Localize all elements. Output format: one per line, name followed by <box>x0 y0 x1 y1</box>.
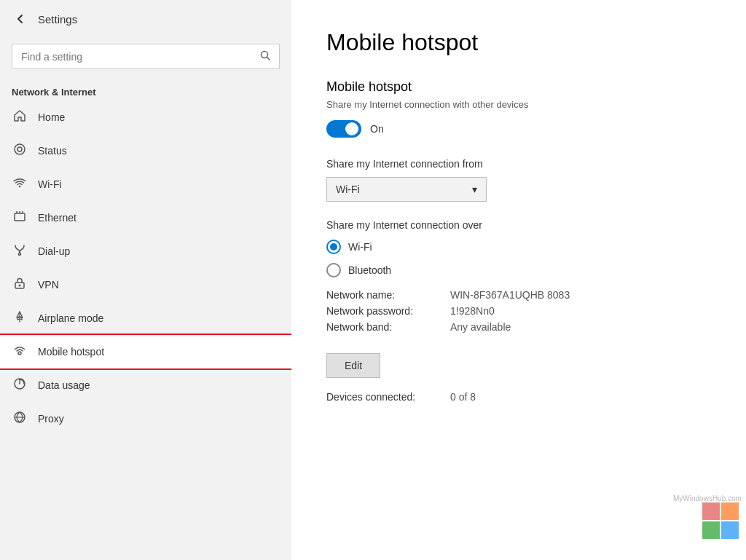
svg-point-12 <box>18 352 21 355</box>
sidebar-header: Settings <box>0 0 291 38</box>
status-icon <box>12 143 28 159</box>
network-password-val: 1!928Nn0 <box>450 305 495 317</box>
sidebar-item-wifi[interactable]: Wi-Fi <box>0 167 291 201</box>
home-icon <box>12 109 28 125</box>
radio-wifi[interactable] <box>326 240 341 254</box>
network-info: Network name: WIN-8F367A1UQHB 8083 Netwo… <box>326 289 711 333</box>
vpn-icon <box>12 277 28 293</box>
network-name-val: WIN-8F367A1UQHB 8083 <box>450 289 570 301</box>
dialup-icon <box>12 243 28 259</box>
svg-point-10 <box>19 285 21 287</box>
sidebar-item-hotspot[interactable]: Mobile hotspot <box>0 335 291 368</box>
svg-line-1 <box>267 58 270 60</box>
hotspot-section: Mobile hotspot Share my Internet connect… <box>326 79 711 403</box>
share-over-label: Share my Internet connection over <box>326 219 711 231</box>
toggle-row: On <box>326 120 711 138</box>
main-content: Mobile hotspot Mobile hotspot Share my I… <box>291 0 746 560</box>
network-band-val: Any available <box>450 321 511 333</box>
devices-connected-key: Devices connected: <box>326 391 450 403</box>
section-label: Network & Internet <box>0 81 291 100</box>
hotspot-icon <box>12 344 28 360</box>
sidebar-item-proxy-label: Proxy <box>38 413 64 425</box>
datausage-icon <box>12 377 28 393</box>
sidebar: Settings Network & Internet Home Status <box>0 0 291 560</box>
sidebar-item-hotspot-label: Mobile hotspot <box>38 346 104 358</box>
watermark: MyWindowsHub.com <box>673 494 739 545</box>
network-band-key: Network band: <box>326 321 450 333</box>
sidebar-item-ethernet[interactable]: Ethernet <box>0 201 291 234</box>
proxy-icon <box>12 411 28 427</box>
sidebar-item-dialup-label: Dial-up <box>38 245 70 257</box>
edit-button[interactable]: Edit <box>326 353 380 378</box>
svg-point-3 <box>17 147 22 151</box>
sidebar-item-datausage[interactable]: Data usage <box>0 368 291 402</box>
svg-rect-4 <box>15 213 25 221</box>
network-name-row: Network name: WIN-8F367A1UQHB 8083 <box>326 289 711 301</box>
hotspot-section-title: Mobile hotspot <box>326 79 711 95</box>
wm-square-1 <box>702 502 720 520</box>
search-box[interactable] <box>12 44 280 69</box>
wm-square-4 <box>721 521 739 539</box>
network-band-row: Network band: Any available <box>326 321 711 333</box>
sidebar-item-proxy[interactable]: Proxy <box>0 402 291 435</box>
hotspot-desc: Share my Internet connection with other … <box>326 99 711 110</box>
settings-title: Settings <box>38 13 77 25</box>
share-from-value: Wi-Fi <box>336 184 360 195</box>
sidebar-item-airplane[interactable]: Airplane mode <box>0 301 291 335</box>
sidebar-item-status[interactable]: Status <box>0 134 291 167</box>
sidebar-item-wifi-label: Wi-Fi <box>38 178 62 190</box>
devices-connected-val: 0 of 8 <box>450 391 476 403</box>
network-name-key: Network name: <box>326 289 450 301</box>
radio-wifi-row: Wi-Fi <box>326 240 711 254</box>
network-password-key: Network password: <box>326 305 450 317</box>
wm-square-2 <box>721 502 739 520</box>
wifi-icon <box>12 176 28 192</box>
sidebar-item-ethernet-label: Ethernet <box>38 212 76 224</box>
sidebar-item-vpn[interactable]: VPN <box>0 268 291 301</box>
sidebar-item-status-label: Status <box>38 145 67 157</box>
watermark-squares <box>702 502 739 539</box>
sidebar-item-dialup[interactable]: Dial-up <box>0 234 291 268</box>
share-from-dropdown[interactable]: Wi-Fi ▾ <box>326 177 487 202</box>
search-input[interactable] <box>21 51 254 63</box>
sidebar-item-vpn-label: VPN <box>38 279 59 291</box>
network-password-row: Network password: 1!928Nn0 <box>326 305 711 317</box>
radio-bluetooth[interactable] <box>326 263 341 277</box>
toggle-slider <box>326 120 361 138</box>
share-from-label: Share my Internet connection from <box>326 158 711 170</box>
watermark-text: MyWindowsHub.com <box>673 494 739 502</box>
sidebar-item-datausage-label: Data usage <box>38 379 90 391</box>
svg-point-8 <box>19 253 21 256</box>
airplane-icon <box>12 310 28 326</box>
radio-bluetooth-label: Bluetooth <box>348 264 391 276</box>
radio-wifi-label: Wi-Fi <box>348 241 372 253</box>
wm-square-3 <box>702 521 720 539</box>
ethernet-icon <box>12 210 28 226</box>
dropdown-arrow: ▾ <box>472 184 477 195</box>
sidebar-item-home[interactable]: Home <box>0 100 291 134</box>
toggle-label: On <box>370 123 384 135</box>
devices-row: Devices connected: 0 of 8 <box>326 391 711 403</box>
back-button[interactable] <box>12 10 29 28</box>
sidebar-item-home-label: Home <box>38 111 65 123</box>
page-title: Mobile hotspot <box>326 29 711 56</box>
svg-point-2 <box>15 144 25 154</box>
sidebar-item-airplane-label: Airplane mode <box>38 312 103 324</box>
radio-bluetooth-row: Bluetooth <box>326 263 711 277</box>
search-icon-button[interactable] <box>260 50 270 63</box>
hotspot-toggle[interactable] <box>326 120 361 138</box>
